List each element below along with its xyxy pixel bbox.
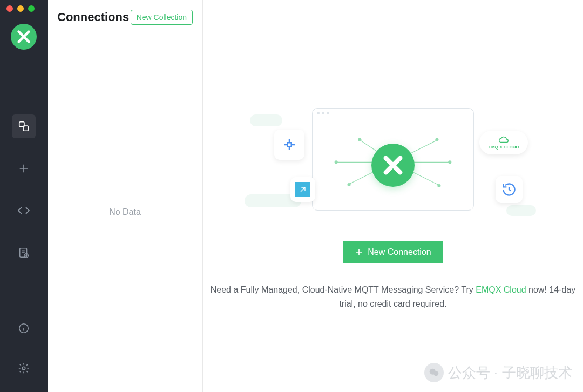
svg-point-11 (335, 161, 337, 164)
scripts-nav-item[interactable] (12, 199, 36, 222)
wechat-icon (424, 363, 444, 382)
emqx-cloud-label: EMQ X CLOUD (489, 145, 519, 150)
main-panel: EMQ X CLOUD New Connection Need a Fully … (203, 0, 583, 392)
svg-point-5 (22, 367, 25, 370)
integration-card-icon (274, 130, 304, 160)
close-window-icon[interactable] (6, 5, 13, 12)
watermark: 公众号 · 子晓聊技术 (424, 363, 572, 382)
settings-nav-item[interactable] (12, 356, 36, 380)
integration-card-icon (290, 177, 315, 202)
empty-state-illustration: EMQ X CLOUD (280, 108, 506, 221)
new-nav-item[interactable] (12, 157, 36, 180)
emqx-cloud-card: EMQ X CLOUD (479, 131, 528, 154)
cloud-icon (250, 114, 282, 126)
integration-card-icon (496, 176, 523, 203)
minimize-window-icon[interactable] (17, 5, 24, 12)
about-nav-item[interactable] (12, 316, 36, 340)
app-logo-icon (11, 24, 37, 50)
svg-point-10 (449, 161, 451, 164)
svg-point-6 (358, 138, 361, 141)
svg-point-8 (436, 138, 438, 141)
maximize-window-icon[interactable] (28, 5, 35, 12)
svg-point-9 (438, 185, 440, 187)
svg-point-13 (433, 371, 438, 376)
no-data-label: No Data (109, 207, 141, 217)
emqx-logo-icon (371, 144, 415, 187)
emqx-cloud-link[interactable]: EMQX Cloud (476, 285, 526, 294)
new-connection-label: New Connection (368, 247, 431, 257)
connections-sidebar: Connections New Collection No Data (48, 0, 203, 392)
log-nav-item[interactable] (12, 241, 36, 265)
svg-point-7 (348, 184, 350, 186)
nav-rail (0, 0, 48, 392)
promo-text: Need a Fully Managed, Cloud-Native MQTT … (204, 283, 582, 310)
new-collection-button[interactable]: New Collection (131, 10, 193, 25)
sidebar-title: Connections (57, 10, 129, 24)
plus-icon (355, 248, 363, 256)
promo-prefix: Need a Fully Managed, Cloud-Native MQTT … (211, 285, 476, 294)
cloud-icon (506, 205, 536, 216)
new-connection-button[interactable]: New Connection (343, 241, 443, 263)
window-controls[interactable] (6, 5, 35, 12)
watermark-name: 子晓聊技术 (502, 363, 572, 382)
connections-nav-item[interactable] (12, 114, 36, 138)
watermark-prefix: 公众号 · (448, 363, 498, 382)
